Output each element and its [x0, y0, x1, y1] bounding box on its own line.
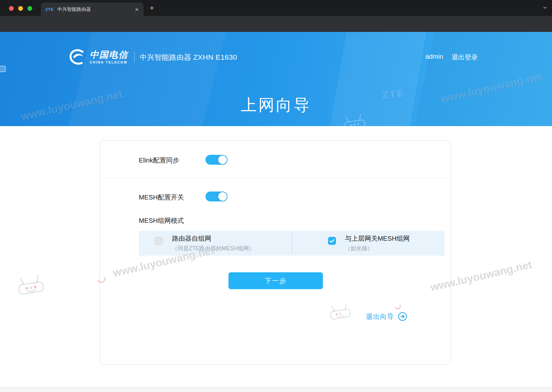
- exit-arrow-circle-icon[interactable]: [398, 312, 407, 321]
- footer-strip: [0, 387, 552, 392]
- hero-banner: ZTE 中国电信 CHINA TELECOM 中兴智能路由器 ZXHN E163…: [0, 32, 552, 126]
- tab-title: 中兴智能路由器: [57, 6, 134, 12]
- option-gateway-mesh-label[interactable]: 与上层网关MESH组网: [345, 234, 410, 243]
- next-step-button[interactable]: 下一步: [228, 272, 323, 289]
- router-model-label: 中兴智能路由器 ZXHN E1630: [140, 52, 237, 62]
- options-dashed-divider: [292, 233, 292, 253]
- elink-sync-toggle[interactable]: [205, 155, 228, 165]
- router-page: ZTE 中国电信 CHINA TELECOM 中兴智能路由器 ZXHN E163…: [0, 32, 552, 392]
- brand-name-en: CHINA TELECOM: [90, 60, 128, 64]
- option-router-mesh-note: （同是ZTE路由器的MESH组网）: [172, 245, 255, 252]
- card-divider: [100, 177, 451, 178]
- mesh-switch-toggle[interactable]: [205, 192, 228, 201]
- zte-favicon-icon: ZTE: [45, 7, 54, 12]
- logged-in-user: admin: [425, 53, 443, 62]
- screen: ZTE 中兴智能路由器 × + 不安全 | http://192.168.2.1: [0, 0, 552, 392]
- watermark-luyouwang-logo-bottom-left: 路由网: [15, 262, 107, 300]
- page-title: 上网向导: [0, 94, 552, 116]
- exit-wizard-row: 退出向导: [366, 312, 407, 321]
- tab-close-icon[interactable]: ×: [134, 6, 139, 12]
- browser-tab[interactable]: ZTE 中兴智能路由器 ×: [41, 3, 144, 16]
- site-header: 中国电信 CHINA TELECOM 中兴智能路由器 ZXHN E1630 ad…: [69, 47, 478, 67]
- logout-link[interactable]: 退出登录: [451, 53, 478, 62]
- maximize-window-button[interactable]: [27, 6, 32, 11]
- wizard-card: Elink配置同步 MESH配置开关 MESH组网模式 路由器自组网 （同是ZT…: [100, 140, 451, 365]
- option-gateway-mesh-note: （如光猫）: [345, 245, 373, 252]
- option-gateway-mesh-checkbox[interactable]: [328, 237, 336, 245]
- option-router-mesh-label[interactable]: 路由器自组网: [172, 234, 211, 243]
- browser-tabstrip: ZTE 中兴智能路由器 × +: [0, 0, 552, 16]
- header-divider: [134, 52, 135, 63]
- banner-edge-decoration: [0, 66, 6, 72]
- elink-sync-label: Elink配置同步: [139, 156, 179, 165]
- minimize-window-button[interactable]: [18, 6, 23, 11]
- close-window-button[interactable]: [9, 6, 14, 11]
- new-tab-button[interactable]: +: [147, 4, 156, 13]
- brand-name-cn: 中国电信: [90, 50, 128, 60]
- toggle-knob: [218, 192, 227, 201]
- mesh-mode-options: 路由器自组网 （同是ZTE路由器的MESH组网） 与上层网关MESH组网 （如光…: [139, 231, 444, 256]
- tab-search-chevron-icon[interactable]: [542, 5, 548, 11]
- mesh-mode-label: MESH组网模式: [139, 216, 184, 225]
- mesh-switch-label: MESH配置开关: [139, 193, 184, 202]
- china-telecom-logo-icon: [69, 48, 86, 66]
- toggle-knob: [218, 155, 227, 164]
- option-router-mesh-checkbox[interactable]: [155, 237, 163, 245]
- exit-wizard-link[interactable]: 退出向导: [366, 312, 394, 321]
- browser-toolbar: 不安全 | http://192.168.2.1 7 1 G: [0, 16, 552, 32]
